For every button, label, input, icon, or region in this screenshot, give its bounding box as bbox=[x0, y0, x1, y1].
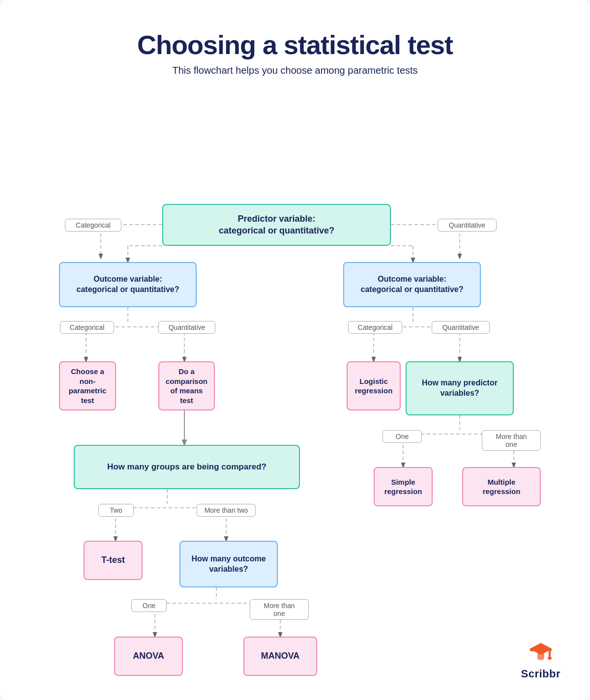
label-categorical-left: Categorical bbox=[65, 219, 121, 232]
outcome-left-text: Outcome variable: categorical or quantit… bbox=[60, 263, 196, 306]
predictor-text: Predictor variable: categorical or quant… bbox=[163, 205, 390, 245]
manova-node: MANOVA bbox=[243, 637, 317, 676]
manova-text: MANOVA bbox=[244, 638, 316, 675]
label-one-predictor: One bbox=[383, 430, 422, 443]
outcome-right-text: Outcome variable: categorical or quantit… bbox=[344, 263, 480, 306]
predictor-node: Predictor variable: categorical or quant… bbox=[162, 204, 391, 246]
how-many-groups-node: How many groups are being compared? bbox=[74, 445, 300, 489]
how-many-outcome-node: How many outcome variables? bbox=[179, 541, 278, 587]
label-more-than-two: More than two bbox=[197, 504, 256, 517]
page: Choosing a statistical test This flowcha… bbox=[0, 0, 590, 700]
label-more-than-one-outcome: More than one bbox=[250, 599, 309, 620]
multiple-regression-text: Multiple regression bbox=[463, 468, 540, 505]
simple-regression-text: Simple regression bbox=[375, 468, 432, 505]
non-parametric-text: Choose a non-parametric test bbox=[60, 362, 115, 409]
how-many-groups-text: How many groups are being compared? bbox=[75, 446, 299, 488]
logistic-text: Logistic regression bbox=[348, 362, 400, 409]
label-quantitative-left2: Quantitative bbox=[158, 321, 215, 334]
scribbr-icon bbox=[528, 639, 554, 666]
label-one-outcome: One bbox=[131, 599, 167, 612]
label-more-than-one-predictor: More than one bbox=[482, 430, 541, 451]
svg-rect-31 bbox=[549, 650, 551, 658]
t-test-text: T-test bbox=[85, 542, 142, 579]
outcome-left-node: Outcome variable: categorical or quantit… bbox=[59, 262, 197, 307]
how-many-predictor-node: How many predictor variables? bbox=[406, 361, 514, 415]
outcome-right-node: Outcome variable: categorical or quantit… bbox=[343, 262, 481, 307]
flowchart: Predictor variable: categorical or quant… bbox=[30, 101, 560, 666]
t-test-node: T-test bbox=[84, 541, 143, 580]
logistic-node: Logistic regression bbox=[347, 361, 401, 410]
comparison-means-text: Do a comparison of means test bbox=[159, 362, 214, 409]
multiple-regression-node: Multiple regression bbox=[462, 467, 541, 506]
label-quantitative-right2: Quantitative bbox=[432, 321, 490, 334]
label-quantitative-right-top: Quantitative bbox=[438, 219, 497, 232]
page-subtitle: This flowchart helps you choose among pa… bbox=[30, 65, 560, 76]
svg-point-32 bbox=[548, 657, 552, 660]
anova-text: ANOVA bbox=[115, 638, 182, 675]
anova-node: ANOVA bbox=[114, 637, 183, 676]
how-many-predictor-text: How many predictor variables? bbox=[407, 362, 513, 414]
label-two: Two bbox=[98, 504, 134, 517]
comparison-means-node: Do a comparison of means test bbox=[158, 361, 215, 410]
non-parametric-node: Choose a non-parametric test bbox=[59, 361, 116, 410]
scribbr-brand-name: Scribbr bbox=[521, 668, 560, 680]
simple-regression-node: Simple regression bbox=[374, 467, 433, 506]
label-categorical-right: Categorical bbox=[348, 321, 402, 334]
label-categorical-left2: Categorical bbox=[60, 321, 114, 334]
how-many-outcome-text: How many outcome variables? bbox=[180, 542, 277, 586]
page-title: Choosing a statistical test bbox=[30, 29, 560, 60]
scribbr-logo: Scribbr bbox=[521, 639, 560, 680]
